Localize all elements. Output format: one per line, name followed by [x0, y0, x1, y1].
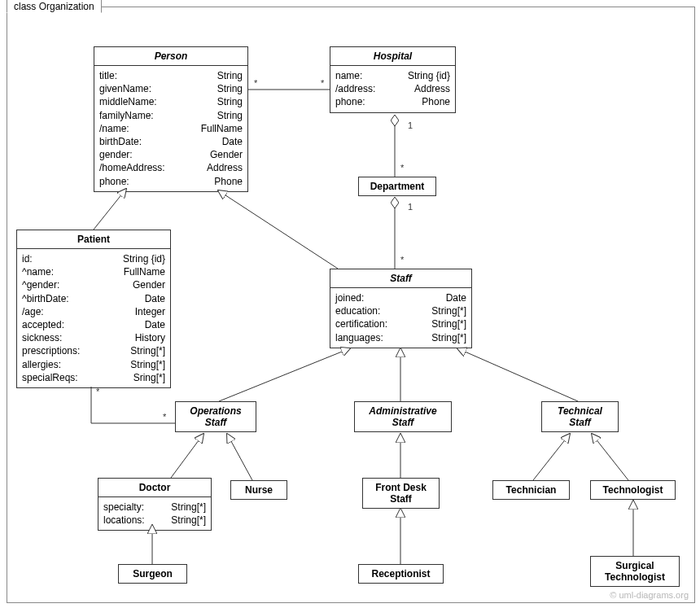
class-title: Department: [359, 177, 435, 195]
class-title: Technologist: [591, 481, 675, 499]
class-title: Front DeskStaff: [363, 479, 439, 508]
class-title: Nurse: [231, 481, 287, 499]
mult-label: *: [163, 412, 166, 422]
mult-label: *: [96, 387, 99, 396]
class-title: Receptionist: [359, 565, 443, 583]
mult-label: *: [400, 163, 404, 173]
class-attrs: specialty:String[*] locations:String[*]: [98, 497, 211, 530]
class-staff: Staff joined:Date education:String[*] ce…: [330, 269, 472, 348]
class-title: Technician: [493, 481, 569, 499]
mult-label: 1: [408, 202, 413, 212]
class-front-desk-staff: Front DeskStaff: [362, 478, 440, 509]
class-title: Surgeon: [119, 565, 186, 583]
class-technician: Technician: [492, 480, 570, 500]
class-operations-staff: OperationsStaff: [175, 401, 256, 432]
class-surgeon: Surgeon: [118, 564, 187, 584]
class-patient: Patient id:String {id} ^name:FullName ^g…: [16, 230, 171, 388]
class-title: AdministrativeStaff: [355, 402, 451, 431]
mult-label: *: [254, 78, 257, 88]
class-title: OperationsStaff: [176, 402, 256, 431]
class-title: TechnicalStaff: [542, 402, 618, 431]
class-hospital: Hospital name:String {id} /address:Addre…: [330, 46, 456, 113]
class-attrs: id:String {id} ^name:FullName ^gender:Ge…: [17, 249, 170, 387]
class-title: Person: [94, 47, 247, 66]
mult-label: *: [321, 78, 324, 88]
class-title: Patient: [17, 230, 170, 249]
class-surgical-technologist: SurgicalTechnologist: [590, 556, 680, 587]
class-receptionist: Receptionist: [358, 564, 444, 584]
mult-label: 1: [408, 120, 413, 130]
class-department: Department: [358, 177, 436, 196]
class-administrative-staff: AdministrativeStaff: [354, 401, 452, 432]
class-doctor: Doctor specialty:String[*] locations:Str…: [98, 478, 212, 531]
class-nurse: Nurse: [230, 480, 287, 500]
class-technologist: Technologist: [590, 480, 676, 500]
mult-label: *: [400, 255, 404, 265]
class-title: Staff: [330, 269, 471, 288]
class-person: Person title:String givenName:String mid…: [94, 46, 248, 192]
frame-label: class Organization: [7, 0, 102, 13]
class-attrs: joined:Date education:String[*] certific…: [330, 288, 471, 348]
class-title: Hospital: [330, 47, 455, 66]
class-title: Doctor: [98, 479, 211, 497]
class-attrs: title:String givenName:String middleName…: [94, 66, 247, 191]
class-attrs: name:String {id} /address:Address phone:…: [330, 66, 455, 112]
watermark: © uml-diagrams.org: [610, 590, 689, 600]
class-title: SurgicalTechnologist: [591, 557, 679, 586]
class-technical-staff: TechnicalStaff: [541, 401, 619, 432]
